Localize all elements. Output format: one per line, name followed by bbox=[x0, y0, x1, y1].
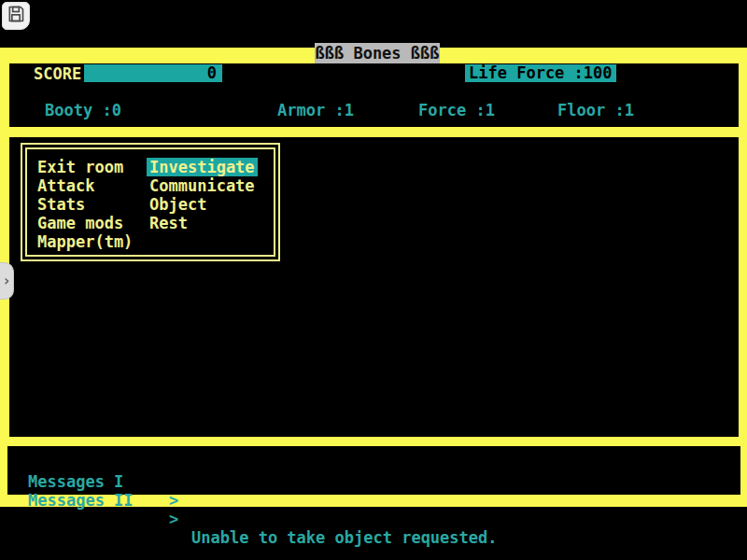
score-label: SCORE: bbox=[34, 65, 91, 83]
score-bar: 0 bbox=[84, 64, 222, 82]
drawer-toggle[interactable]: › bbox=[0, 262, 14, 300]
menu-item-game-mods[interactable]: Game mods bbox=[37, 214, 133, 232]
action-menu: Exit room Attack Stats Game mods Mapper(… bbox=[21, 143, 280, 261]
menu-item-mapper[interactable]: Mapper(tm) bbox=[37, 232, 133, 251]
stat-armor: Armor :1 bbox=[277, 102, 354, 119]
messages-2-label: Messages II bbox=[28, 491, 134, 510]
life-force-badge: Life Force :100 bbox=[465, 64, 616, 82]
header-panel: SCORE: 0 Life Force :100 Booty :0 Armor … bbox=[9, 63, 739, 127]
stat-booty: Booty :0 bbox=[45, 102, 121, 119]
messages-2-text: Unable to take object requested. bbox=[191, 528, 498, 547]
game-title: ßßß Bones ßßß bbox=[315, 43, 440, 63]
messages-1-prompt: > bbox=[169, 491, 178, 510]
message-row-1: Messages I > bbox=[7, 454, 64, 472]
menu-item-communicate[interactable]: Communicate bbox=[149, 176, 258, 195]
menu-item-exit-room[interactable]: Exit room bbox=[37, 158, 133, 176]
chevron-right-icon: › bbox=[2, 274, 10, 288]
save-button[interactable] bbox=[2, 2, 30, 30]
stat-floor: Floor :1 bbox=[557, 102, 634, 119]
action-menu-inner-border: Exit room Attack Stats Game mods Mapper(… bbox=[25, 147, 275, 257]
menu-item-attack[interactable]: Attack bbox=[37, 176, 133, 195]
messages-2-prompt: > bbox=[169, 510, 178, 528]
message-row-2: Messages II > Unable to take object requ… bbox=[7, 472, 64, 491]
menu-item-investigate[interactable]: Investigate bbox=[147, 158, 258, 176]
game-screen: ßßß Bones ßßß SCORE: 0 Life Force :100 B… bbox=[0, 0, 747, 560]
room-panel: Exit room Attack Stats Game mods Mapper(… bbox=[9, 137, 739, 437]
messages-panel: Messages I > Messages II > Unable to tak… bbox=[7, 446, 740, 495]
menu-item-rest[interactable]: Rest bbox=[149, 214, 258, 232]
score-value: 0 bbox=[207, 63, 217, 82]
menu-item-object[interactable]: Object bbox=[149, 195, 258, 214]
menu-column-1: Exit room Attack Stats Game mods Mapper(… bbox=[37, 158, 133, 251]
stat-force: Force :1 bbox=[418, 102, 495, 119]
save-floppy-icon bbox=[7, 5, 25, 27]
menu-item-stats[interactable]: Stats bbox=[37, 195, 133, 214]
menu-column-2: Investigate Communicate Object Rest bbox=[149, 158, 258, 232]
